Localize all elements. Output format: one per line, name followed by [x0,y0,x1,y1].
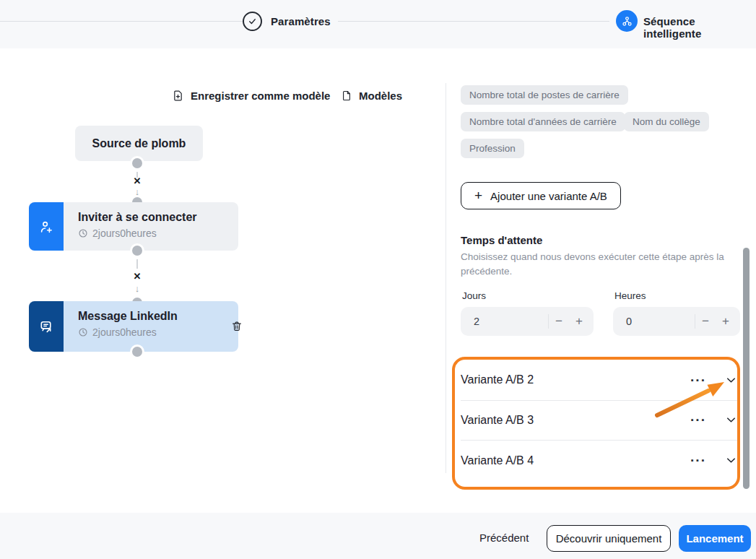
hours-value[interactable]: 0 [613,316,695,327]
chevron-down-icon [726,455,737,466]
variant-label: Variante A/B 4 [461,454,534,467]
flow-node-title: Source de plomb [92,137,186,150]
days-increment-button[interactable]: + [569,314,589,329]
connector-dot [130,156,144,170]
more-options-button[interactable]: ··· [690,413,706,427]
step-connector-line [0,21,243,22]
templates-label: Modèles [359,90,402,102]
expand-variant-button[interactable] [726,415,737,425]
invite-icon-box [29,202,64,251]
flow-node-linkedin-message[interactable]: Message LinkedIn 2jours0heures [29,301,238,352]
step-parametres-label[interactable]: Paramètres [271,15,331,27]
variant-label: Variante A/B 3 [461,414,534,427]
chevron-down-icon [726,375,737,386]
step-sequence-icon[interactable] [616,10,638,32]
delay-text: 2jours0heures [92,228,157,239]
merge-tag-college-name[interactable]: Nom du collège [624,112,709,131]
step-connector-line [338,21,609,22]
file-plus-icon [172,90,184,102]
remove-connection-button[interactable]: ✕ [131,176,143,186]
flow-node-title: Message LinkedIn [78,310,238,323]
message-icon-box [29,301,64,352]
wait-time-description: Choisissez quand nous devons exécuter ce… [461,250,732,280]
variant-row-4[interactable]: Variante A/B 4 ··· [461,441,739,481]
variant-actions: ··· [690,373,739,387]
connector-line [136,259,138,269]
previous-button[interactable]: Précédent [479,532,529,544]
delay-text: 2jours0heures [92,326,157,338]
plus-icon: + [474,188,482,204]
save-as-template-label: Enregistrer comme modèle [191,90,330,102]
chevron-down-icon [726,415,737,425]
templates-button[interactable]: Modèles [341,90,402,102]
add-ab-variant-label: Ajouter une variante A/B [490,190,607,202]
hierarchy-icon [621,15,633,27]
clock-icon [78,327,88,337]
panel-scrollbar-thumb[interactable] [743,248,750,489]
hours-increment-button[interactable]: + [716,314,736,329]
connector-dot [130,344,144,359]
flow-node-title: Inviter à se connecter [78,211,238,224]
hours-stepper[interactable]: 0 − + [613,307,740,336]
launch-button[interactable]: Lancement [679,525,751,552]
variant-actions: ··· [690,413,739,427]
variant-actions: ··· [690,454,739,467]
merge-tag-profession[interactable]: Profession [461,139,524,158]
invite-node-body: Inviter à se connecter 2jours0heures [64,202,238,251]
connector-dot [130,243,144,258]
step-parametres-done-icon[interactable] [243,12,262,31]
person-add-icon [38,219,54,235]
wait-time-title: Temps d'attente [461,234,542,246]
checkmark-icon [247,16,258,27]
expand-variant-button[interactable] [726,375,737,386]
days-stepper[interactable]: 2 − + [461,307,594,336]
variant-label: Variante A/B 2 [461,373,534,386]
message-node-body: Message LinkedIn 2jours0heures [64,301,238,352]
trash-icon [231,320,243,332]
sequence-builder-page: Paramètres Séquence intelligente Enregis… [0,0,756,559]
remove-connection-button[interactable]: ✕ [131,272,143,281]
merge-tag-career-years[interactable]: Nombre total d'années de carrière [461,112,625,131]
message-send-icon [38,318,55,335]
flow-node-delay: 2jours0heures [78,326,238,338]
step-progress-bar: Paramètres Séquence intelligente [0,0,756,48]
clock-icon [78,228,88,238]
add-ab-variant-button[interactable]: + Ajouter une variante A/B [461,182,621,209]
step-sequence-label[interactable]: Séquence intelligente [643,15,756,40]
variant-row-2[interactable]: Variante A/B 2 ··· [461,360,739,401]
days-label: Jours [462,290,486,301]
variant-row-3[interactable]: Variante A/B 3 ··· [461,401,739,441]
flow-node-delay: 2jours0heures [78,228,238,239]
discover-only-button[interactable]: Découvrir uniquement [547,525,671,552]
more-options-button[interactable]: ··· [690,373,706,387]
days-value[interactable]: 2 [461,316,548,327]
delete-step-button[interactable] [231,320,243,334]
expand-variant-button[interactable] [726,455,737,466]
merge-tag-career-posts[interactable]: Nombre total de postes de carrière [461,85,628,105]
more-options-button[interactable]: ··· [690,454,706,467]
hours-label: Heures [614,290,646,301]
arrow-down-icon: ↓ [132,284,142,293]
save-as-template-button[interactable]: Enregistrer comme modèle [172,90,330,102]
days-decrement-button[interactable]: − [549,314,569,329]
variant-list: Variante A/B 2 ··· Variante A/B 3 ··· [461,360,739,481]
file-icon [341,90,352,102]
panel-divider [446,83,446,473]
hours-decrement-button[interactable]: − [695,314,716,329]
